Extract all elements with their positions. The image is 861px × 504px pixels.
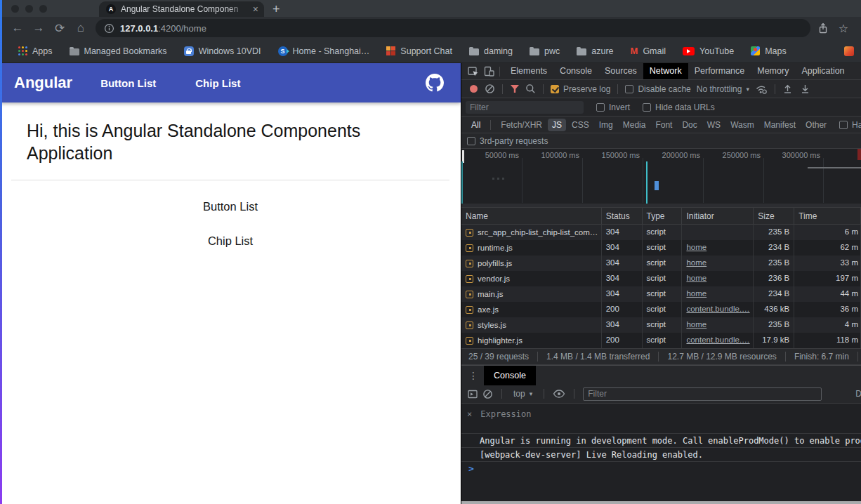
type-filter-img[interactable]: Img [595,119,617,131]
tab-memory[interactable]: Memory [751,63,795,79]
more-options-icon[interactable]: ⋮ [461,370,484,381]
column-header-time[interactable]: Time [794,208,861,224]
link-chip-list[interactable]: Chip List [0,234,461,248]
column-header-status[interactable]: Status [602,208,643,224]
tab-application[interactable]: Application [795,63,850,79]
export-har-icon[interactable] [800,84,810,94]
request-row[interactable]: axe.js 200 script content.bundle.… 436 k… [461,302,861,317]
has-blocked-cookies-checkbox[interactable]: Has blocked cookies [839,120,861,130]
console-pane[interactable]: × Expression Angular is running in devel… [461,404,861,504]
live-expression-row[interactable]: × Expression [461,404,861,434]
clear-console-icon[interactable] [482,389,493,399]
type-filter-doc[interactable]: Doc [678,119,701,131]
new-tab-button[interactable]: + [264,1,289,17]
nav-button-list[interactable]: Button List [100,77,156,89]
inspect-element-icon[interactable] [467,65,479,77]
throttling-dropdown[interactable]: No throttling ▾ [694,84,752,94]
remove-expression-icon[interactable]: × [467,409,472,433]
initiator-link[interactable]: home [686,243,706,251]
bookmark-gmail[interactable]: M Gmail [631,46,666,56]
tab-elements[interactable]: Elements [504,63,553,79]
share-icon[interactable] [817,22,829,34]
back-button[interactable]: ← [7,21,28,35]
drawer-tab-console[interactable]: Console [484,366,536,385]
import-har-icon[interactable] [782,84,793,94]
invert-checkbox[interactable]: Invert [596,102,630,112]
type-filter-wasm[interactable]: Wasm [726,119,758,131]
network-timeline-overview[interactable]: 50000 ms 100000 ms 150000 ms 200000 ms 2… [461,149,861,208]
disable-cache-checkbox[interactable]: Disable cache [625,84,690,94]
nav-chip-list[interactable]: Chip List [195,77,240,89]
console-sidebar-icon[interactable] [467,389,478,399]
site-info-icon[interactable] [104,23,114,34]
link-button-list[interactable]: Button List [0,200,461,213]
network-conditions-icon[interactable] [755,84,768,95]
browser-tab[interactable]: A Angular Standalone Componen × [99,1,264,17]
default-levels-dropdown[interactable]: Default levels [855,389,861,399]
bookmark-extra-icon[interactable] [844,46,854,56]
home-button[interactable]: ⌂ [70,21,91,35]
bookmark-folder-pwc[interactable]: pwc [530,46,560,56]
column-header-name[interactable]: Name [461,208,602,224]
initiator-link[interactable]: content.bundle.… [686,305,749,313]
type-filter-js[interactable]: JS [548,119,566,131]
reload-button[interactable]: ⟳ [49,21,70,36]
type-filter-fetch-xhr[interactable]: Fetch/XHR [497,119,546,131]
column-header-type[interactable]: Type [643,208,683,224]
window-minimize-button[interactable] [25,5,33,13]
clear-icon[interactable] [485,84,495,94]
tab-close-icon[interactable]: × [253,4,258,15]
initiator-link[interactable]: home [686,320,706,329]
request-row[interactable]: main.js 304 script home 234 B 44 m [461,286,861,302]
column-header-size[interactable]: Size [754,208,794,224]
forward-button[interactable]: → [28,21,49,35]
initiator-link[interactable]: home [686,258,706,267]
device-toolbar-icon[interactable] [483,65,495,77]
network-filter-input[interactable] [466,101,584,114]
filter-funnel-icon[interactable] [510,84,520,93]
bookmark-support-chat[interactable]: Support Chat [386,46,452,56]
request-row[interactable]: vendor.js 304 script home 236 B 197 m [461,271,861,286]
type-filter-all[interactable]: All [467,119,485,131]
bookmark-youtube[interactable]: YouTube [683,46,734,56]
github-icon[interactable] [426,74,444,92]
console-prompt-icon[interactable]: > [461,462,861,476]
bookmark-home-shanghai[interactable]: S Home - Shanghai… [278,46,370,56]
bookmark-folder-daming[interactable]: daming [469,46,513,56]
request-row[interactable]: runtime.js 304 script home 234 B 62 m [461,240,861,256]
preserve-log-checkbox[interactable]: Preserve log [551,84,610,94]
type-filter-css[interactable]: CSS [567,119,593,131]
console-filter-input[interactable] [583,387,822,401]
hide-data-urls-checkbox[interactable]: Hide data URLs [643,102,715,112]
window-zoom-button[interactable] [39,5,47,13]
column-header-initiator[interactable]: Initiator [682,208,754,224]
address-bar[interactable]: 127.0.0.1 :4200/home [96,19,810,37]
tab-console[interactable]: Console [553,63,598,79]
request-row[interactable]: styles.js 304 script home 235 B 4 m [461,317,861,333]
initiator-link[interactable]: home [686,289,706,298]
record-icon[interactable] [470,85,478,93]
bookmark-star-icon[interactable]: ☆ [839,22,848,35]
bookmark-maps[interactable]: Maps [751,46,787,56]
request-row[interactable]: src_app_chip-list_chip-list_com… 304 scr… [461,225,861,240]
bookmark-windows-10vdi[interactable]: Windows 10VDI [184,46,261,56]
type-filter-font[interactable]: Font [651,119,676,131]
request-row[interactable]: polyfills.js 304 script home 235 B 33 m [461,256,861,271]
type-filter-manifest[interactable]: Manifest [760,119,800,131]
initiator-link[interactable]: content.bundle.… [686,336,749,344]
tab-performance[interactable]: Performance [688,63,751,79]
third-party-checkbox[interactable]: 3rd-party requests [467,136,548,146]
tab-network[interactable]: Network [643,63,688,79]
type-filter-other[interactable]: Other [801,119,831,131]
bookmark-folder-azure[interactable]: azure [577,46,613,56]
initiator-link[interactable]: home [686,274,706,282]
bookmark-apps[interactable]: Apps [18,46,53,56]
type-filter-media[interactable]: Media [619,119,650,131]
window-close-button[interactable] [11,5,19,13]
request-row[interactable]: highlighter.js 200 script content.bundle… [461,333,861,348]
context-dropdown[interactable]: top ▾ [511,389,535,399]
search-icon[interactable] [525,84,536,94]
tab-sources[interactable]: Sources [598,63,643,79]
type-filter-ws[interactable]: WS [703,119,725,131]
eye-icon[interactable] [553,389,565,399]
